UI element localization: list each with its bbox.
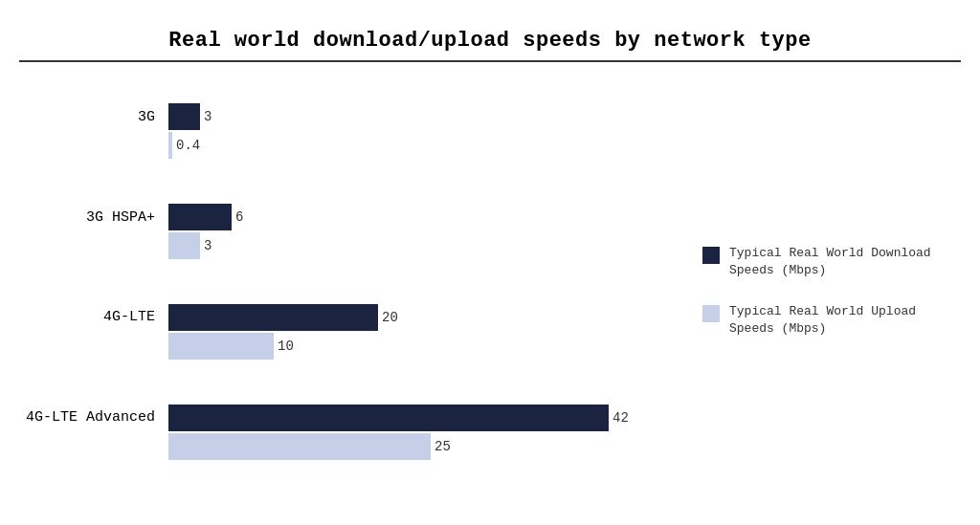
legend-item: Typical Real World Download Speeds (Mbps… [702,245,961,279]
download-bar [168,304,378,331]
upload-bar-track: 3 [168,232,212,259]
download-bar-track: 42 [168,405,629,431]
upload-bar-row: 0.4 [19,132,674,159]
bar-group: 4G-LTE2010 [19,304,674,360]
upload-bar-row: 10 [19,333,674,360]
network-label: 4G-LTE [19,309,163,325]
download-value: 42 [612,410,629,426]
upload-bar [168,333,274,360]
upload-bar-row: 25 [19,433,674,460]
upload-value: 25 [434,439,451,454]
bar-group: 3G HSPA+63 [19,204,674,259]
network-label: 3G [19,109,163,125]
download-bar-row: 4G-LTE20 [19,304,674,331]
download-bar [168,405,609,431]
upload-value: 10 [278,339,294,354]
legend-label: Typical Real World Download Speeds (Mbps… [729,245,961,279]
bar-group: 4G-LTE Advanced4225 [19,405,674,460]
chart-body: 3G30.43G HSPA+634G-LTE20104G-LTE Advance… [19,81,961,482]
download-value: 3 [204,109,212,124]
download-bar-row: 3G3 [19,103,674,130]
bar-group: 3G30.4 [19,103,674,159]
legend-label: Typical Real World Upload Speeds (Mbps) [729,303,961,338]
bars-area: 3G30.43G HSPA+634G-LTE20104G-LTE Advance… [19,81,693,482]
download-bar-track: 6 [168,204,243,230]
upload-bar-row: 3 [19,232,674,259]
legend-swatch [702,247,720,264]
chart-container: Real world download/upload speeds by net… [0,0,980,525]
download-bar [168,103,200,130]
download-bar-track: 20 [168,304,398,331]
upload-value: 0.4 [176,138,200,153]
download-value: 20 [382,310,398,325]
legend-swatch [702,305,720,322]
upload-value: 3 [204,238,212,253]
network-label: 4G-LTE Advanced [19,409,163,426]
legend-area: Typical Real World Download Speeds (Mbps… [693,81,961,482]
upload-bar [168,433,431,460]
upload-bar-track: 0.4 [168,132,200,159]
upload-bar [168,132,172,159]
network-label: 3G HSPA+ [19,209,163,226]
download-bar-track: 3 [168,103,212,130]
legend-item: Typical Real World Upload Speeds (Mbps) [702,303,961,338]
download-bar-row: 4G-LTE Advanced42 [19,405,674,431]
chart-title: Real world download/upload speeds by net… [19,29,961,62]
upload-bar-track: 10 [168,333,294,360]
download-bar-row: 3G HSPA+6 [19,204,674,230]
upload-bar-track: 25 [168,433,451,460]
download-bar [168,204,232,230]
download-value: 6 [235,209,243,225]
upload-bar [168,232,200,259]
